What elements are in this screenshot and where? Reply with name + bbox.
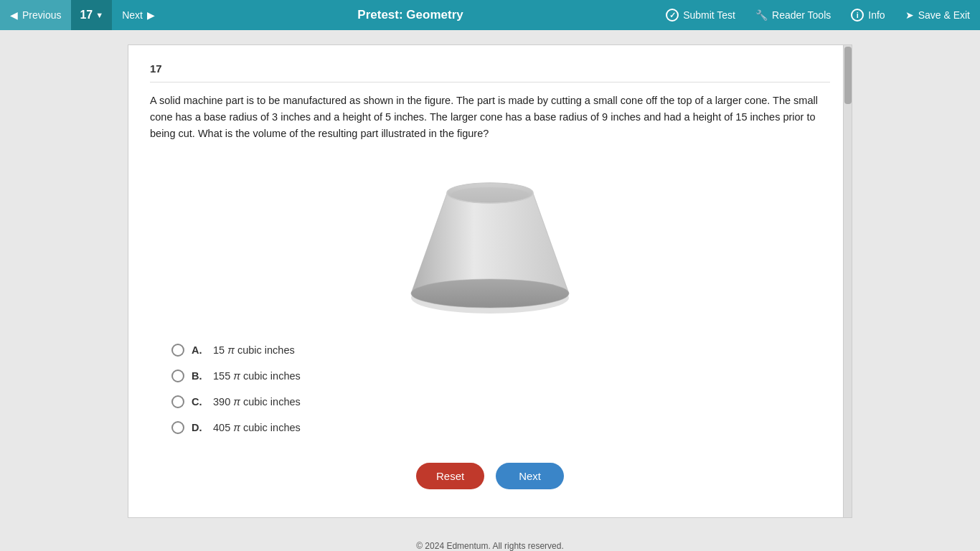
answer-choices: A. 15 π cubic inches B. 155 π cubic inch… — [171, 344, 830, 434]
radio-b[interactable] — [171, 369, 184, 382]
next-button[interactable]: Next — [496, 463, 564, 489]
chevron-down-icon: ▼ — [95, 11, 103, 19]
question-number-display: 17 — [80, 9, 93, 22]
reader-tools-label: Reader Tools — [772, 9, 831, 21]
answer-row-b: B. 155 π cubic inches — [171, 369, 830, 382]
previous-label: Previous — [22, 9, 61, 21]
radio-a[interactable] — [171, 344, 184, 357]
svg-point-1 — [411, 279, 569, 308]
submit-test-button[interactable]: ✓ Submit Test — [656, 0, 745, 30]
question-number: 17 — [150, 62, 830, 83]
radio-d[interactable] — [171, 421, 184, 434]
top-navigation: ◀ Previous 17 ▼ Next ▶ Pretest: Geometry… — [0, 0, 980, 30]
answer-text-a: 15 π cubic inches — [213, 344, 295, 356]
answer-letter-b: B. — [192, 370, 206, 382]
answer-letter-a: A. — [192, 344, 206, 356]
answer-text-d: 405 π cubic inches — [213, 422, 301, 433]
reader-tools-button[interactable]: 🔧 Reader Tools — [745, 0, 841, 30]
info-label: Info — [868, 9, 885, 21]
save-exit-label: Save & Exit — [918, 9, 970, 21]
wrench-icon: 🔧 — [755, 9, 768, 21]
info-button[interactable]: i Info — [841, 0, 895, 30]
main-content: 17 A solid machine part is to be manufac… — [0, 30, 980, 532]
frustum-figure — [390, 157, 590, 322]
check-icon: ✓ — [666, 9, 679, 22]
answer-row-a: A. 15 π cubic inches — [171, 344, 830, 357]
next-nav-label: Next — [122, 9, 143, 21]
previous-button[interactable]: ◀ Previous — [0, 0, 71, 30]
answer-text-c: 390 π cubic inches — [213, 396, 301, 408]
next-nav-button[interactable]: Next ▶ — [112, 0, 165, 30]
save-icon: ➤ — [905, 9, 914, 21]
answer-row-c: C. 390 π cubic inches — [171, 395, 830, 408]
page-title: Pretest: Geometry — [165, 8, 656, 22]
svg-point-3 — [451, 187, 529, 202]
answer-letter-d: D. — [192, 422, 206, 433]
info-icon: i — [851, 9, 864, 22]
arrow-right-icon: ▶ — [147, 9, 155, 21]
footer: © 2024 Edmentum. All rights reserved. — [0, 532, 980, 551]
save-exit-button[interactable]: ➤ Save & Exit — [895, 0, 980, 30]
answer-text-b: 155 π cubic inches — [213, 370, 301, 382]
answer-letter-c: C. — [192, 396, 206, 408]
reset-button[interactable]: Reset — [416, 463, 484, 489]
scrollbar[interactable] — [843, 45, 852, 517]
scroll-thumb[interactable] — [844, 47, 852, 104]
bottom-buttons: Reset Next — [150, 463, 830, 489]
copyright-text: © 2024 Edmentum. All rights reserved. — [416, 541, 564, 551]
right-nav-group: ✓ Submit Test 🔧 Reader Tools i Info ➤ Sa… — [656, 0, 980, 30]
answer-row-d: D. 405 π cubic inches — [171, 421, 830, 434]
arrow-left-icon: ◀ — [10, 9, 18, 21]
question-card: 17 A solid machine part is to be manufac… — [128, 44, 852, 518]
figure-container — [150, 157, 830, 322]
question-text: A solid machine part is to be manufactur… — [150, 93, 830, 143]
submit-test-label: Submit Test — [683, 9, 735, 21]
question-number-selector[interactable]: 17 ▼ — [71, 0, 112, 30]
radio-c[interactable] — [171, 395, 184, 408]
